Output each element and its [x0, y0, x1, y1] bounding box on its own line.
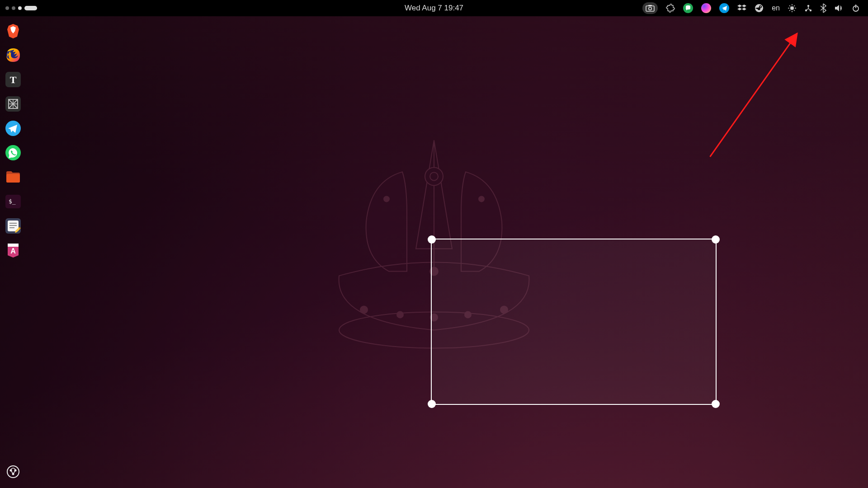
svg-line-22	[789, 5, 790, 6]
power-icon[interactable]	[852, 4, 860, 12]
show-apps-button[interactable]	[4, 463, 22, 481]
dock: T $_ A	[0, 16, 26, 488]
dock-terminal[interactable]: $_	[4, 192, 22, 211]
svg-point-12	[649, 7, 651, 10]
dock-software[interactable]: A	[4, 241, 22, 259]
night-light-icon[interactable]	[788, 4, 796, 12]
svg-rect-42	[6, 174, 20, 183]
telegram-tray-icon[interactable]	[719, 3, 729, 13]
dock-firefox[interactable]	[4, 46, 22, 64]
screenshot-tray-icon[interactable]	[642, 2, 658, 14]
dock-telegram[interactable]	[4, 119, 22, 137]
dock-text-app[interactable]: T	[4, 70, 22, 89]
dock-boxes[interactable]	[4, 95, 22, 113]
dock-brave[interactable]	[4, 22, 22, 40]
screenshot-selection-area[interactable]	[431, 239, 717, 405]
selection-handle-nw[interactable]	[428, 235, 436, 244]
assistant-tray-icon[interactable]	[701, 3, 711, 13]
svg-line-23	[794, 10, 795, 11]
svg-line-24	[794, 5, 795, 6]
volume-icon[interactable]	[835, 5, 844, 12]
svg-text:$_: $_	[9, 198, 16, 205]
activities-indicator[interactable]	[0, 6, 37, 10]
chat-tray-icon[interactable]	[683, 3, 693, 13]
svg-rect-50	[8, 244, 19, 247]
keyboard-language-indicator[interactable]: en	[772, 4, 780, 12]
svg-point-17	[790, 6, 794, 10]
dropbox-tray-icon[interactable]	[737, 4, 746, 12]
svg-point-52	[7, 466, 19, 478]
dock-files[interactable]	[4, 168, 22, 186]
svg-text:A: A	[10, 247, 16, 255]
svg-point-26	[807, 5, 809, 7]
svg-rect-13	[648, 5, 652, 6]
svg-point-16	[760, 6, 761, 8]
steam-tray-icon[interactable]	[755, 4, 764, 13]
bluetooth-icon[interactable]	[821, 4, 826, 13]
svg-rect-11	[646, 6, 654, 11]
clock[interactable]: Wed Aug 7 19:47	[405, 4, 463, 13]
svg-text:T: T	[10, 74, 17, 85]
network-wired-icon[interactable]	[804, 4, 812, 12]
dock-whatsapp[interactable]	[4, 144, 22, 162]
dock-text-editor[interactable]	[4, 217, 22, 235]
extension-puzzle-icon[interactable]	[666, 4, 675, 13]
svg-line-25	[789, 10, 790, 11]
top-menu-bar: Wed Aug 7 19:47 en	[0, 0, 868, 16]
